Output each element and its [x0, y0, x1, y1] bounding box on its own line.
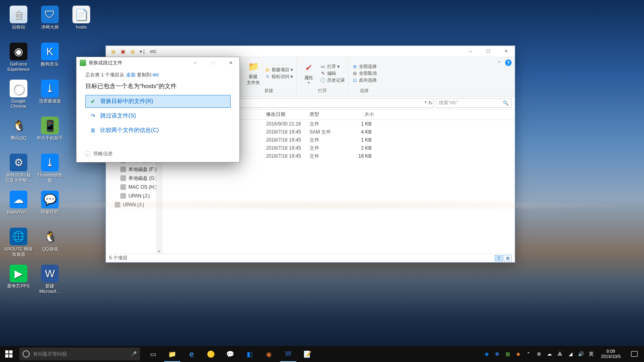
- tray-security-icon[interactable]: ⊕: [536, 351, 542, 357]
- task-view-button[interactable]: ▭: [143, 346, 163, 362]
- close-button[interactable]: ✕: [497, 46, 515, 57]
- desktop-icon[interactable]: 📄hosts: [67, 4, 96, 39]
- taskbar-notepad[interactable]: 📝: [298, 346, 317, 362]
- taskbar-explorer[interactable]: 📁: [163, 346, 182, 362]
- desktop-icon[interactable]: ⤓Thunder绿色版: [35, 152, 64, 187]
- nav-item[interactable]: UPAN (J:): [106, 200, 162, 209]
- properties-button[interactable]: ✔属性▾: [300, 62, 318, 84]
- select-all-button[interactable]: ⊞全部选择: [352, 64, 377, 70]
- tray-volume-icon[interactable]: 🔊: [578, 351, 584, 357]
- tray-network-icon[interactable]: 🖧: [557, 351, 563, 357]
- desktop-icon[interactable]: ☁BaiduYun…: [4, 189, 33, 224]
- dialog-copying-text: 正在将 1 个项目从 桌面 复制到 etc: [85, 72, 231, 78]
- skip-option[interactable]: ↷ 跳过该文件(S): [85, 109, 231, 122]
- dialog-minimize-button[interactable]: ─: [186, 57, 204, 68]
- view-icons-button[interactable]: ▦: [504, 255, 512, 261]
- desktop-icon[interactable]: 🌐XROUTE 网络加速器: [4, 226, 33, 261]
- dialog-maximize-button[interactable]: ☐: [204, 57, 222, 68]
- system-tray[interactable]: ◉ ⬣ ▦ ◆ ⌃ ⊕ ☁ 🖧 ◢ 🔊 英 8:092016/10/5: [483, 346, 644, 362]
- desktop-icon[interactable]: ◯Google Chrome: [4, 78, 33, 113]
- edit-button[interactable]: ✎编辑: [320, 70, 345, 76]
- folder-icon: ▣: [110, 48, 116, 55]
- quick-access-1[interactable]: ▣: [120, 48, 126, 55]
- desktop-icon[interactable]: 📱华为手机助手: [35, 115, 64, 150]
- dialog-message: 目标已包含一个名为"hosts"的文件: [85, 82, 231, 90]
- window-title: etc: [150, 49, 157, 54]
- refresh-icon[interactable]: ↻: [428, 100, 432, 106]
- nav-item[interactable]: MAC OS (H:): [106, 183, 162, 191]
- desktop-icon[interactable]: 🐧QQ游戏: [35, 226, 64, 261]
- desktop-icon[interactable]: K酷狗音乐: [35, 41, 64, 76]
- taskbar-app-1[interactable]: ◧: [240, 346, 259, 362]
- tray-icon[interactable]: ◆: [515, 351, 521, 357]
- desktop-icon[interactable]: ▶爱奇艺PPS: [4, 263, 33, 298]
- skip-icon: ↷: [90, 113, 96, 119]
- minimize-button[interactable]: ─: [462, 46, 479, 57]
- desktop-icon[interactable]: ⤓迅雷极速版: [35, 78, 64, 113]
- cortana-icon: [23, 350, 30, 358]
- quick-access-dropdown[interactable]: ▾ |: [139, 48, 145, 55]
- search-icon: 🔍: [503, 100, 509, 106]
- nav-item[interactable]: 本地磁盘 (F:): [106, 165, 162, 174]
- start-button[interactable]: [0, 346, 18, 362]
- invert-selection-button[interactable]: ⊡反向选择: [352, 77, 377, 83]
- tray-ime[interactable]: 英: [588, 351, 594, 357]
- details-label[interactable]: 简略信息: [93, 150, 113, 157]
- quick-access-2[interactable]: ▣: [129, 48, 136, 55]
- desktop: 🗑回收站🛡净网大师📄hosts◉GeForce ExperienceK酷狗音乐◯…: [0, 0, 644, 362]
- nav-item[interactable]: 本地磁盘 (G:): [106, 174, 162, 183]
- notification-center-button[interactable]: [627, 351, 642, 357]
- mic-icon[interactable]: 🎤: [131, 351, 137, 357]
- help-icon[interactable]: ?: [505, 60, 512, 66]
- nav-item[interactable]: UPAN (J:): [106, 191, 162, 200]
- desktop-icon[interactable]: W新建 Microsof…: [35, 263, 64, 298]
- new-item-button[interactable]: ▦新建项目 ▾: [264, 67, 293, 73]
- select-none-button[interactable]: ⊟全部取消: [352, 70, 377, 76]
- tray-icon[interactable]: ⬣: [494, 351, 500, 357]
- title-bar[interactable]: ▣ ▣ ▣ ▾ | etc ─ ☐ ✕: [106, 46, 515, 57]
- address-dropdown-icon[interactable]: ▾: [425, 100, 427, 106]
- tray-up-icon[interactable]: ⌃: [525, 351, 532, 357]
- ribbon-collapse-icon[interactable]: ⌃: [497, 60, 501, 66]
- status-bar: 5 个项目 ☰ ▦: [106, 253, 515, 262]
- replace-option[interactable]: ✔ 替换目标中的文件(R): [85, 95, 231, 108]
- dialog-icon: [80, 60, 86, 66]
- taskbar-clock[interactable]: 8:092016/10/5: [599, 349, 623, 359]
- new-folder-button[interactable]: 📁新建 文件夹: [244, 61, 262, 86]
- tray-wifi-icon[interactable]: ◢: [567, 351, 574, 357]
- desktop-icon[interactable]: ⚙英特尔(R) 核芯显卡控制…: [4, 152, 33, 187]
- dialog-title: 替换或跳过文件: [89, 60, 122, 66]
- easy-access-button[interactable]: ↯轻松访问 ▾: [264, 74, 293, 80]
- desktop-icon[interactable]: 🛡净网大师: [35, 4, 64, 39]
- open-button[interactable]: ▭打开 ▾: [320, 64, 345, 70]
- taskbar-wechat[interactable]: 💬: [221, 346, 240, 362]
- replace-skip-dialog: 替换或跳过文件 ─ ☐ ✕ 正在将 1 个项目从 桌面 复制到 etc 目标已包…: [76, 57, 240, 162]
- desktop-icon[interactable]: 🗑回收站: [4, 4, 33, 39]
- search-input[interactable]: 搜索"etc" 🔍: [436, 98, 512, 108]
- details-toggle-icon[interactable]: ⌄: [85, 151, 91, 157]
- compare-icon: 🗎: [90, 127, 96, 134]
- tray-onedrive-icon[interactable]: ☁: [546, 351, 553, 357]
- tray-icon[interactable]: ▦: [504, 351, 511, 357]
- dialog-close-button[interactable]: ✕: [222, 57, 239, 68]
- maximize-button[interactable]: ☐: [479, 46, 497, 57]
- taskbar-edge[interactable]: e: [182, 346, 201, 362]
- desktop-icon[interactable]: 💬阿里旺旺: [35, 189, 64, 224]
- desktop-icon[interactable]: ◉GeForce Experience: [4, 41, 33, 76]
- desktop-icon[interactable]: 🐧腾讯QQ: [4, 115, 33, 150]
- taskbar-chrome[interactable]: 🟡: [201, 346, 221, 362]
- dialog-title-bar[interactable]: 替换或跳过文件 ─ ☐ ✕: [76, 57, 239, 68]
- view-details-button[interactable]: ☰: [495, 255, 503, 261]
- taskbar: 有问题尽管问我 🎤 ▭ 📁 e 🟡 💬 ◧ ◉ W 📝 ◉ ⬣ ▦ ◆ ⌃ ⊕ …: [0, 346, 644, 362]
- compare-option[interactable]: 🗎 比较两个文件的信息(C): [85, 124, 231, 137]
- history-button[interactable]: 🕘历史记录: [320, 77, 345, 83]
- taskbar-app-2[interactable]: ◉: [259, 346, 279, 362]
- taskbar-word[interactable]: W: [279, 346, 298, 362]
- cortana-search[interactable]: 有问题尽管问我 🎤: [19, 348, 140, 360]
- check-icon: ✔: [90, 98, 96, 105]
- tray-icon[interactable]: ◉: [483, 351, 490, 357]
